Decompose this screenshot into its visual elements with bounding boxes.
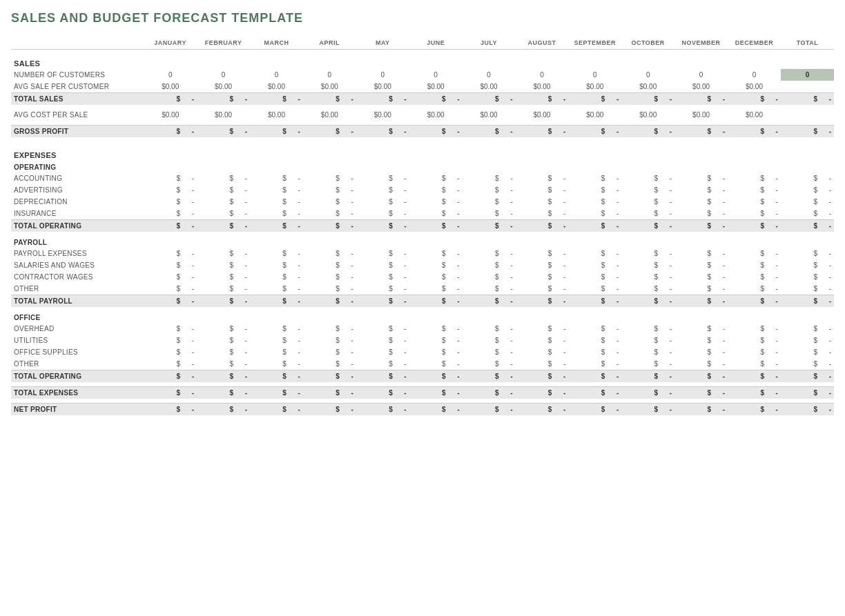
value-cell[interactable]: $ -: [250, 323, 303, 335]
value-cell[interactable]: $ -: [463, 184, 516, 196]
value-cell[interactable]: $ -: [674, 323, 728, 335]
value-cell[interactable]: $ -: [781, 323, 834, 335]
value-cell[interactable]: $0.00: [144, 109, 197, 121]
value-cell[interactable]: $ -: [409, 358, 463, 370]
value-cell[interactable]: $ -: [409, 196, 463, 208]
total-value-cell[interactable]: $ -: [356, 295, 409, 308]
value-cell[interactable]: 0: [409, 69, 463, 81]
total-value-cell[interactable]: $ -: [250, 220, 303, 232]
value-cell[interactable]: $ -: [356, 271, 409, 283]
value-cell[interactable]: $ -: [250, 208, 303, 220]
value-cell[interactable]: $ -: [409, 208, 463, 220]
value-cell[interactable]: $ -: [515, 248, 568, 259]
total-value-cell[interactable]: $ -: [728, 126, 781, 138]
value-cell[interactable]: $ -: [728, 335, 781, 346]
value-cell[interactable]: $ -: [515, 184, 568, 196]
value-cell[interactable]: $ -: [621, 259, 674, 271]
total-value-cell[interactable]: $ -: [781, 387, 834, 399]
total-value-cell[interactable]: $ -: [356, 220, 409, 232]
total-value-cell[interactable]: $ -: [250, 126, 303, 138]
total-value-cell[interactable]: $ -: [250, 387, 303, 399]
value-cell[interactable]: $ -: [144, 196, 197, 208]
value-cell[interactable]: [781, 81, 834, 93]
value-cell[interactable]: $ -: [728, 323, 781, 335]
value-cell[interactable]: $ -: [463, 259, 516, 271]
total-value-cell[interactable]: $ -: [144, 295, 197, 308]
value-cell[interactable]: $ -: [356, 208, 409, 220]
value-cell[interactable]: $ -: [568, 196, 621, 208]
total-value-cell[interactable]: $ -: [144, 387, 197, 399]
value-cell[interactable]: $ -: [197, 283, 250, 295]
value-cell[interactable]: $ -: [303, 208, 356, 220]
value-cell[interactable]: $ -: [197, 196, 250, 208]
value-cell[interactable]: $ -: [781, 196, 834, 208]
value-cell[interactable]: $ -: [568, 271, 621, 283]
value-cell[interactable]: $0.00: [463, 109, 516, 121]
value-cell[interactable]: $ -: [621, 358, 674, 370]
value-cell[interactable]: $ -: [356, 172, 409, 184]
value-cell[interactable]: $ -: [515, 346, 568, 358]
value-cell[interactable]: $ -: [621, 196, 674, 208]
total-value-cell[interactable]: $ -: [781, 93, 834, 106]
value-cell[interactable]: $ -: [409, 248, 463, 259]
value-cell[interactable]: 0: [781, 69, 834, 81]
value-cell[interactable]: $ -: [463, 248, 516, 259]
value-cell[interactable]: $ -: [250, 335, 303, 346]
value-cell[interactable]: $ -: [356, 346, 409, 358]
value-cell[interactable]: $ -: [463, 172, 516, 184]
value-cell[interactable]: $ -: [197, 248, 250, 259]
total-value-cell[interactable]: $ -: [144, 126, 197, 138]
total-value-cell[interactable]: $ -: [409, 404, 463, 416]
value-cell[interactable]: $ -: [409, 335, 463, 346]
total-value-cell[interactable]: $ -: [568, 404, 621, 416]
value-cell[interactable]: $ -: [674, 358, 728, 370]
value-cell[interactable]: 0: [568, 69, 621, 81]
value-cell[interactable]: $0.00: [568, 81, 621, 93]
value-cell[interactable]: $ -: [568, 259, 621, 271]
value-cell[interactable]: $ -: [303, 346, 356, 358]
value-cell[interactable]: $ -: [303, 172, 356, 184]
value-cell[interactable]: $ -: [409, 283, 463, 295]
value-cell[interactable]: $ -: [250, 248, 303, 259]
value-cell[interactable]: $ -: [674, 259, 728, 271]
total-value-cell[interactable]: $ -: [621, 93, 674, 106]
total-value-cell[interactable]: $ -: [197, 93, 250, 106]
value-cell[interactable]: $ -: [250, 346, 303, 358]
total-value-cell[interactable]: $ -: [463, 370, 516, 383]
total-value-cell[interactable]: $ -: [197, 387, 250, 399]
total-value-cell[interactable]: $ -: [250, 295, 303, 308]
value-cell[interactable]: $ -: [515, 323, 568, 335]
value-cell[interactable]: $ -: [197, 358, 250, 370]
value-cell[interactable]: $ -: [463, 358, 516, 370]
total-value-cell[interactable]: $ -: [568, 387, 621, 399]
value-cell[interactable]: $ -: [303, 184, 356, 196]
value-cell[interactable]: $ -: [621, 248, 674, 259]
value-cell[interactable]: $ -: [781, 335, 834, 346]
total-value-cell[interactable]: $ -: [463, 295, 516, 308]
value-cell[interactable]: $ -: [728, 271, 781, 283]
total-value-cell[interactable]: $ -: [781, 295, 834, 308]
value-cell[interactable]: $ -: [250, 172, 303, 184]
value-cell[interactable]: $ -: [356, 248, 409, 259]
total-value-cell[interactable]: $ -: [409, 387, 463, 399]
total-value-cell[interactable]: $ -: [197, 295, 250, 308]
value-cell[interactable]: $ -: [144, 208, 197, 220]
total-value-cell[interactable]: $ -: [463, 126, 516, 138]
total-value-cell[interactable]: $ -: [781, 370, 834, 383]
value-cell[interactable]: $ -: [781, 248, 834, 259]
total-value-cell[interactable]: $ -: [674, 387, 728, 399]
value-cell[interactable]: $ -: [356, 323, 409, 335]
total-value-cell[interactable]: $ -: [250, 93, 303, 106]
value-cell[interactable]: [781, 109, 834, 121]
total-value-cell[interactable]: $ -: [621, 370, 674, 383]
value-cell[interactable]: $ -: [728, 184, 781, 196]
value-cell[interactable]: $ -: [250, 259, 303, 271]
value-cell[interactable]: $ -: [781, 259, 834, 271]
total-value-cell[interactable]: $ -: [728, 295, 781, 308]
total-value-cell[interactable]: $ -: [250, 370, 303, 383]
value-cell[interactable]: $ -: [356, 358, 409, 370]
value-cell[interactable]: $0.00: [303, 81, 356, 93]
total-value-cell[interactable]: $ -: [621, 220, 674, 232]
total-value-cell[interactable]: $ -: [674, 370, 728, 383]
value-cell[interactable]: $0.00: [197, 109, 250, 121]
